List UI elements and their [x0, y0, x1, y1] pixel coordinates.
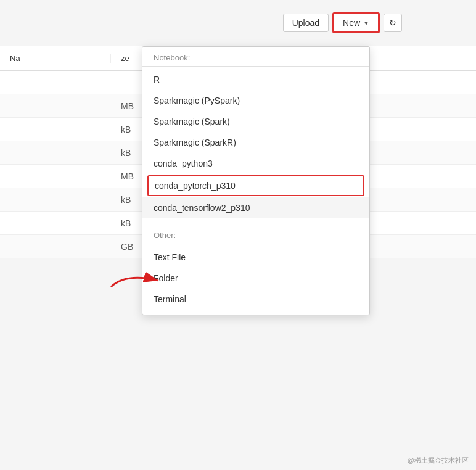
- dropdown-item-folder[interactable]: Folder: [142, 268, 369, 289]
- dropdown-item-conda-python3[interactable]: conda_python3: [142, 153, 369, 174]
- dropdown-item-terminal[interactable]: Terminal: [142, 289, 369, 310]
- dropdown-item-r[interactable]: R: [142, 69, 369, 90]
- col-name-header: Na: [0, 54, 111, 63]
- notebook-section-label: Notebook:: [142, 47, 369, 66]
- watermark: @稀土掘金技术社区: [408, 456, 469, 465]
- upload-button[interactable]: Upload: [283, 14, 329, 32]
- new-dropdown-menu: Notebook: R Sparkmagic (PySpark) Sparkma…: [142, 46, 370, 315]
- refresh-button[interactable]: ↻: [384, 14, 402, 32]
- dropdown-item-spark[interactable]: Sparkmagic (Spark): [142, 111, 369, 132]
- new-button[interactable]: New ▼: [332, 12, 380, 33]
- divider: [142, 244, 369, 244]
- annotation-arrow: [108, 270, 163, 292]
- dropdown-item-conda-tensorflow[interactable]: conda_tensorflow2_p310: [142, 197, 369, 218]
- col-size-header: ze: [111, 54, 139, 63]
- other-section-label: Other:: [142, 225, 369, 244]
- new-button-label: New: [343, 18, 360, 28]
- dropdown-item-sparkr[interactable]: Sparkmagic (SparkR): [142, 132, 369, 153]
- divider: [142, 66, 369, 67]
- dropdown-item-conda-pytorch[interactable]: conda_pytorch_p310: [147, 175, 364, 196]
- dropdown-item-text-file[interactable]: Text File: [142, 247, 369, 268]
- toolbar: Upload New ▼ ↻: [0, 0, 476, 46]
- new-dropdown-arrow: ▼: [363, 20, 369, 27]
- dropdown-item-pyspark[interactable]: Sparkmagic (PySpark): [142, 90, 369, 111]
